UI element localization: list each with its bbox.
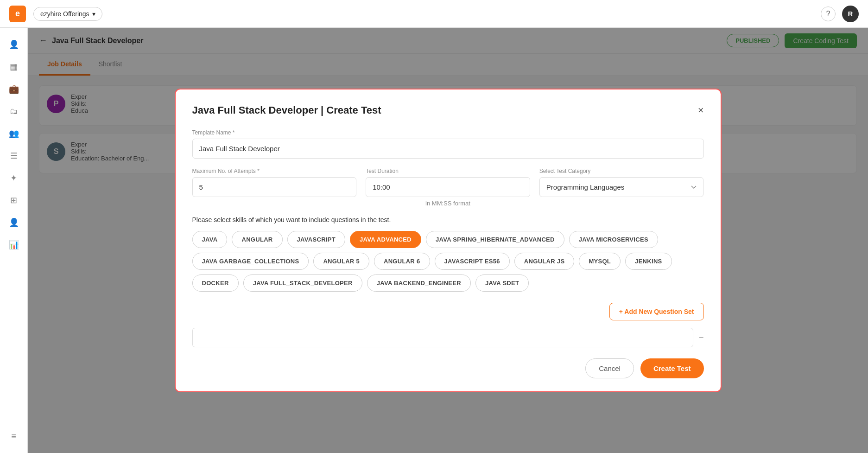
sidebar: 👤 ▦ 💼 🗂 👥 ☰ ✦ ⊞ 👤 📊 ≡ xyxy=(0,28,28,453)
format-hint: in MM:SS format xyxy=(192,200,704,207)
offerings-dropdown[interactable]: ezyhire Offerings ▾ xyxy=(33,7,102,21)
content-area: ← Java Full Stack Developer PUBLISHED Cr… xyxy=(28,28,868,453)
question-set-input[interactable] xyxy=(192,328,693,347)
skill-chip-java[interactable]: JAVA xyxy=(192,231,228,248)
template-name-input[interactable] xyxy=(192,139,704,159)
skill-chip-docker[interactable]: DOCKER xyxy=(192,274,239,292)
sidebar-item-list[interactable]: ☰ xyxy=(5,147,23,165)
close-icon[interactable]: × xyxy=(698,105,704,115)
chevron-down-icon: ▾ xyxy=(92,10,95,18)
sidebar-item-dashboard[interactable]: ▦ xyxy=(5,57,23,76)
skill-chip-javascript-es56[interactable]: JAVASCRIPT ES56 xyxy=(435,253,510,270)
sidebar-item-case[interactable]: 🗂 xyxy=(5,102,23,121)
help-icon[interactable]: ? xyxy=(821,6,836,21)
test-category-group: Select Test Category Programming Languag… xyxy=(539,168,704,197)
max-attempts-input[interactable] xyxy=(192,177,357,197)
template-name-label: Template Name * xyxy=(192,129,704,136)
create-test-button[interactable]: Create Test xyxy=(640,358,704,378)
skill-chip-angular5[interactable]: ANGULAR 5 xyxy=(313,253,369,270)
nav-right: ? R xyxy=(821,6,859,22)
question-set-row: − xyxy=(192,328,704,347)
modal-footer: Cancel Create Test xyxy=(192,358,704,378)
max-attempts-label: Maximum No. of Attempts * xyxy=(192,168,357,174)
minus-icon[interactable]: − xyxy=(699,333,704,343)
sidebar-item-person-add[interactable]: 👥 xyxy=(5,124,23,143)
add-new-question-set-button[interactable]: + Add New Question Set xyxy=(609,303,704,320)
main-layout: 👤 ▦ 💼 🗂 👥 ☰ ✦ ⊞ 👤 📊 ≡ ← Java Full Stack … xyxy=(0,28,868,453)
modal-overlay: Java Full Stack Developer | Create Test … xyxy=(28,28,868,453)
sidebar-item-briefcase[interactable]: 💼 xyxy=(5,80,23,98)
test-category-select[interactable]: Programming Languages Frontend Backend F… xyxy=(539,177,704,197)
test-duration-input[interactable] xyxy=(366,177,530,197)
template-name-group: Template Name * xyxy=(192,129,704,159)
modal-title: Java Full Stack Developer | Create Test xyxy=(192,104,381,116)
skill-chip-java-backend[interactable]: JAVA BACKEND_ENGINEER xyxy=(367,274,471,292)
skill-chip-java-advanced[interactable]: JAVA ADVANCED xyxy=(350,231,421,248)
sidebar-item-star[interactable]: ✦ xyxy=(5,169,23,187)
skill-chip-javascript[interactable]: JAVASCRIPT xyxy=(287,231,345,248)
test-category-label: Select Test Category xyxy=(539,168,704,174)
skill-chip-java-spring[interactable]: JAVA SPRING_HIBERNATE_ADVANCED xyxy=(426,231,564,248)
sidebar-item-menu[interactable]: ≡ xyxy=(5,427,23,446)
create-test-modal: Java Full Stack Developer | Create Test … xyxy=(175,89,722,392)
skill-chip-angular-js[interactable]: ANGULAR JS xyxy=(514,253,575,270)
max-attempts-group: Maximum No. of Attempts * xyxy=(192,168,357,197)
skill-chip-java-garbage[interactable]: JAVA GARBAGE_COLLECTIONS xyxy=(192,253,309,270)
user-avatar[interactable]: R xyxy=(842,6,859,22)
skill-chip-java-microservices[interactable]: JAVA MICROSERVICES xyxy=(569,231,658,248)
modal-header: Java Full Stack Developer | Create Test … xyxy=(192,104,704,116)
form-row-fields: Maximum No. of Attempts * Test Duration … xyxy=(192,168,704,197)
top-navbar: e ezyhire Offerings ▾ ? R xyxy=(0,0,868,28)
sidebar-item-people[interactable]: 👤 xyxy=(5,35,23,54)
skill-chip-jenkins[interactable]: JENKINS xyxy=(625,253,672,270)
sidebar-item-grid[interactable]: ⊞ xyxy=(5,191,23,210)
cancel-button[interactable]: Cancel xyxy=(585,358,634,378)
app-shell: e ezyhire Offerings ▾ ? R 👤 ▦ 💼 🗂 👥 ☰ ✦ … xyxy=(0,0,868,453)
skill-chip-java-fullstack[interactable]: JAVA FULL_STACK_DEVELOPER xyxy=(243,274,362,292)
skill-chip-angular[interactable]: ANGULAR xyxy=(232,231,282,248)
test-duration-group: Test Duration xyxy=(366,168,530,197)
skill-chip-angular6[interactable]: ANGULAR 6 xyxy=(374,253,430,270)
add-question-row: + Add New Question Set xyxy=(192,303,704,320)
skills-grid: JAVA ANGULAR JAVASCRIPT JAVA ADVANCED JA… xyxy=(192,231,704,292)
sidebar-item-chart[interactable]: 📊 xyxy=(5,236,23,254)
skills-prompt: Please select skills of which you want t… xyxy=(192,216,704,223)
skill-chip-java-sdet[interactable]: JAVA SDET xyxy=(475,274,529,292)
app-logo: e xyxy=(9,6,26,22)
sidebar-item-person[interactable]: 👤 xyxy=(5,213,23,232)
skill-chip-mysql[interactable]: MYSQL xyxy=(579,253,621,270)
test-duration-label: Test Duration xyxy=(366,168,530,174)
